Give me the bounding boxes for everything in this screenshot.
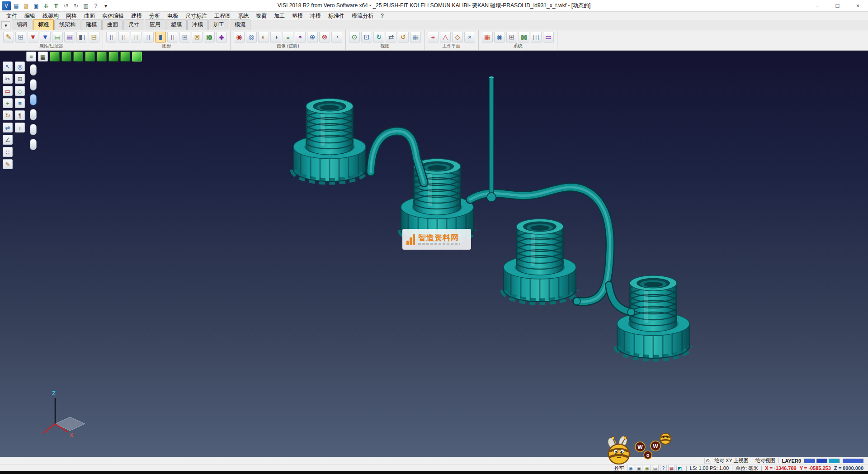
menu-item-3[interactable]: 网格 xyxy=(62,12,80,20)
ribbon-tab-2[interactable]: 线架构 xyxy=(54,19,80,30)
render-quality-icon[interactable]: ◉ xyxy=(234,32,245,43)
sketch-icon[interactable]: ✎ xyxy=(3,159,13,169)
snap-icon[interactable]: ◎ xyxy=(15,62,25,71)
shaded-display-icon[interactable]: ▯ xyxy=(131,32,142,43)
ribbon-tab-7[interactable]: 塑膜 xyxy=(166,19,187,30)
pattern-icon[interactable]: ∷ xyxy=(3,147,13,157)
absolute-view-label[interactable]: 绝对视图 xyxy=(755,457,775,464)
attribute-edit-icon[interactable]: ✎ xyxy=(3,32,14,43)
layer-filter-icon[interactable]: ▤ xyxy=(52,32,63,43)
viewport-layout-icon[interactable]: ▦ xyxy=(38,52,48,62)
texture-icon[interactable]: ◓ xyxy=(295,32,306,43)
shadow-icon[interactable]: ◑ xyxy=(270,32,281,43)
display-capsule-2[interactable] xyxy=(30,79,37,90)
side-view-icon[interactable] xyxy=(120,52,130,62)
background-icon[interactable]: ⊕ xyxy=(307,32,318,43)
section-display-icon[interactable]: ⊠ xyxy=(192,32,203,43)
filter-add-icon[interactable]: ▼ xyxy=(28,32,38,43)
ruler-icon[interactable]: ▭ xyxy=(543,32,554,43)
active-layer-label[interactable]: LAYER0 xyxy=(782,458,801,464)
wireframe-display-icon[interactable]: ▯ xyxy=(106,32,117,43)
named-views-icon[interactable]: ▦ xyxy=(410,32,421,43)
zoom-fit-icon[interactable]: ⊙ xyxy=(349,32,360,43)
top-view-icon[interactable] xyxy=(97,52,107,62)
annotation-icon[interactable]: ¶ xyxy=(15,110,25,120)
viewport-3d[interactable]: Z X ≡▦ ↖✂▭+↻⇄∠∷✎◎⊞◇≡¶i 智造资料网 xyxy=(0,51,868,457)
select-icon[interactable]: ↖ xyxy=(3,62,13,71)
menu-item-2[interactable]: 线架构 xyxy=(39,12,62,20)
system-settings-icon[interactable]: ◉ xyxy=(494,32,505,43)
trim-icon[interactable]: ✂ xyxy=(3,74,13,84)
calculator-icon[interactable]: ⊞ xyxy=(506,32,517,43)
print-status-icon[interactable]: ▤ xyxy=(652,465,659,471)
layer-list-icon[interactable]: ≡ xyxy=(15,98,25,108)
maximize-button[interactable]: □ xyxy=(827,0,848,11)
open-folder-icon[interactable]: ▨ xyxy=(22,1,31,10)
menu-item-13[interactable]: 加工 xyxy=(270,12,288,20)
iso-view-ne-icon[interactable] xyxy=(50,52,60,62)
ribbon-tab-3[interactable]: 建模 xyxy=(81,19,102,30)
ribbon-tab-1[interactable]: 标准 xyxy=(33,19,54,30)
ribbon-tab-9[interactable]: 加工 xyxy=(208,19,229,30)
menu-item-11[interactable]: 系统 xyxy=(234,12,252,20)
display-capsule-4[interactable] xyxy=(30,109,37,120)
menu-item-18[interactable]: ? xyxy=(377,13,387,19)
menu-item-16[interactable]: 标准件 xyxy=(325,12,348,20)
current-view-label[interactable]: 绝对 XY 上视图 xyxy=(714,457,749,464)
move-icon[interactable]: + xyxy=(3,98,13,108)
iso-view-nw-icon[interactable] xyxy=(61,52,71,62)
display-capsule-5[interactable] xyxy=(30,124,37,135)
redo-icon[interactable]: ↻ xyxy=(71,1,80,10)
wcs-status-icon[interactable]: ◩ xyxy=(676,465,683,471)
layer-color-swatch-0[interactable] xyxy=(804,459,815,463)
workplane-reset-icon[interactable]: × xyxy=(464,32,475,43)
layer-color-swatch-2[interactable] xyxy=(829,459,840,463)
ribbon-tab-5[interactable]: 尺寸 xyxy=(123,19,144,30)
hidden-line-display-icon[interactable]: ▯ xyxy=(118,32,129,43)
workplane-create-icon[interactable]: + xyxy=(428,32,439,43)
menu-item-1[interactable]: 编辑 xyxy=(21,12,39,20)
shaded-cube-icon[interactable] xyxy=(132,52,142,62)
workplane-3point-icon[interactable]: △ xyxy=(440,32,451,43)
tab-dropdown-icon[interactable]: ▾ xyxy=(1,21,10,29)
menu-item-10[interactable]: 工程图 xyxy=(211,12,234,20)
camera-icon[interactable]: ◉ xyxy=(644,465,651,471)
zoom-status-icon[interactable]: ⊙ xyxy=(704,458,711,464)
gate-ball-1[interactable] xyxy=(573,298,580,305)
qat-dropdown-icon[interactable]: ▾ xyxy=(101,1,110,10)
menu-item-12[interactable]: 视窗 xyxy=(252,12,270,20)
selection-lock-icon[interactable]: ◉ xyxy=(627,465,634,471)
minimize-button[interactable]: – xyxy=(807,0,827,11)
palette-status-icon[interactable]: ▦ xyxy=(668,465,675,471)
nut-fitting-1[interactable] xyxy=(293,99,366,181)
reflection-icon[interactable]: ◒ xyxy=(283,32,293,43)
menu-item-17[interactable]: 模流分析 xyxy=(348,12,377,20)
display-capsule-1[interactable] xyxy=(30,64,37,76)
menu-item-15[interactable]: 冲模 xyxy=(307,12,325,20)
viewport-3d-scene[interactable]: Z X xyxy=(0,51,868,457)
filter-remove-icon[interactable]: ▼ xyxy=(40,32,51,43)
menu-item-6[interactable]: 建模 xyxy=(127,12,146,20)
menu-item-8[interactable]: 电极 xyxy=(164,12,182,20)
view-list-icon[interactable]: ≡ xyxy=(26,52,36,62)
new-document-icon[interactable]: ▤ xyxy=(12,1,21,10)
gate-ball-2[interactable] xyxy=(627,308,635,316)
nut-fitting-3[interactable] xyxy=(504,219,576,302)
grid-settings-icon[interactable]: ▩ xyxy=(519,32,529,43)
filter-settings-icon[interactable]: ⊟ xyxy=(89,32,99,43)
ribbon-tab-4[interactable]: 曲面 xyxy=(102,19,123,30)
ribbon-tab-8[interactable]: 冲模 xyxy=(187,19,208,30)
display-capsule-6[interactable] xyxy=(30,139,37,150)
measure-icon[interactable]: ∠ xyxy=(3,135,13,145)
shaded-edge-display-icon[interactable]: ▯ xyxy=(143,32,154,43)
help-status-icon[interactable]: ? xyxy=(660,465,667,471)
antialias-icon[interactable]: ⊗ xyxy=(319,32,330,43)
layer-color-swatch-1[interactable] xyxy=(816,459,827,463)
transparent-display-icon[interactable]: ▯ xyxy=(167,32,178,43)
display-capsule-3[interactable] xyxy=(30,94,37,105)
object-info-icon[interactable]: i xyxy=(15,123,25,133)
zoom-window-icon[interactable]: ⊡ xyxy=(361,32,372,43)
attribute-copy-icon[interactable]: ⊞ xyxy=(15,32,26,43)
perspective-icon[interactable]: ◔ xyxy=(331,32,342,43)
color-table-icon[interactable]: ▦ xyxy=(482,32,493,43)
